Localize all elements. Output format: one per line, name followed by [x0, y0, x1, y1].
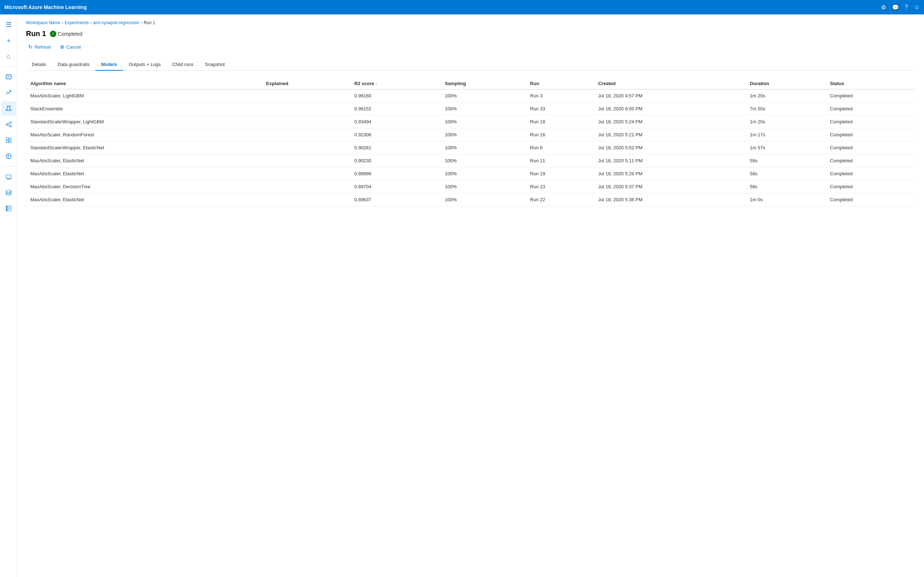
sidebar-divider-2	[3, 166, 15, 167]
content-area: Workspace Name › Experiments › aml-synap…	[17, 15, 924, 577]
cell-algorithm[interactable]: MaxAbsScaler, ElasticNet	[26, 167, 262, 180]
sidebar-item-jobs[interactable]	[2, 69, 16, 84]
topbar-icons: ⚙ 💬 ? ☺	[881, 4, 920, 11]
cell-created: Jul 18, 2020 5:24 PM	[594, 115, 745, 128]
cell-sampling: 100%	[440, 89, 525, 102]
cell-r2score: 0.89637	[350, 193, 441, 206]
cell-duration: 1m 57s	[746, 141, 826, 154]
cell-algorithm[interactable]: StandardScalerWrapper, ElasticNet	[26, 141, 262, 154]
cell-status: Completed	[825, 128, 915, 141]
cell-run[interactable]: Run 11	[526, 154, 594, 167]
cell-algorithm[interactable]: StandardScalerWrapper, LightGBM	[26, 115, 262, 128]
toolbar: ↻ Refresh ⊗ Cancel	[26, 42, 915, 52]
tab-data-guardrails[interactable]: Data guardrails	[52, 59, 95, 71]
cell-explained	[262, 154, 350, 167]
cell-status: Completed	[825, 102, 915, 115]
page-header: Run 1 ✓ Completed	[26, 29, 915, 38]
table-row: MaxAbsScaler, ElasticNet0.90230100%Run 1…	[26, 154, 915, 167]
cell-run[interactable]: Run 23	[526, 180, 594, 193]
cell-sampling: 100%	[440, 115, 525, 128]
svg-point-6	[10, 122, 11, 124]
table-header-row: Algorithm name Explained R2 score ↓ Samp…	[26, 78, 915, 89]
col-header-run: Run	[526, 78, 594, 89]
cell-created: Jul 18, 2020 5:21 PM	[594, 128, 745, 141]
help-icon[interactable]: ?	[905, 4, 908, 10]
cell-sampling: 100%	[440, 141, 525, 154]
cell-algorithm[interactable]: MaxAbsScaler, RandomForest	[26, 128, 262, 141]
table-row: MaxAbsScaler, LightGBM0.96160100%Run 3Ju…	[26, 89, 915, 102]
cell-explained	[262, 193, 350, 206]
svg-line-9	[8, 125, 10, 126]
col-header-created: Created	[594, 78, 745, 89]
cell-algorithm[interactable]: MaxAbsScaler, ElasticNet	[26, 193, 262, 206]
svg-point-5	[6, 124, 8, 126]
sidebar-item-home[interactable]: ⌂	[2, 49, 16, 63]
tab-models[interactable]: Models	[95, 59, 123, 71]
sidebar-item-menu[interactable]: ☰	[2, 17, 16, 32]
col-header-status: Status	[825, 78, 915, 89]
cell-explained	[262, 180, 350, 193]
cell-run[interactable]: Run 16	[526, 128, 594, 141]
status-label: Completed	[58, 31, 82, 37]
table-row: StackEnsemble0.96152100%Run 33Jul 18, 20…	[26, 102, 915, 115]
col-header-duration: Duration	[746, 78, 826, 89]
svg-rect-10	[6, 138, 8, 140]
breadcrumb-experiment-name[interactable]: aml-synapse-regression	[93, 20, 139, 25]
col-header-r2score[interactable]: R2 score ↓	[350, 78, 441, 89]
cell-algorithm[interactable]: MaxAbsScaler, LightGBM	[26, 89, 262, 102]
tab-details[interactable]: Details	[26, 59, 52, 71]
breadcrumb-workspace[interactable]: Workspace Name	[26, 20, 60, 25]
cell-created: Jul 18, 2020 5:37 PM	[594, 180, 745, 193]
sidebar-item-pipelines[interactable]	[2, 117, 16, 132]
cell-duration: 59s	[746, 154, 826, 167]
cell-status: Completed	[825, 167, 915, 180]
cell-duration: 58s	[746, 180, 826, 193]
sidebar-item-create[interactable]: ＋	[2, 33, 16, 48]
tab-child-runs[interactable]: Child runs	[166, 59, 199, 71]
sidebar-item-automl[interactable]	[2, 85, 16, 100]
tab-outputs-logs[interactable]: Outputs + Logs	[123, 59, 167, 71]
cell-duration: 58s	[746, 167, 826, 180]
breadcrumb-sep-1: ›	[62, 20, 63, 25]
cell-algorithm[interactable]: MaxAbsScaler, ElasticNet	[26, 154, 262, 167]
sidebar: ☰ ＋ ⌂	[0, 15, 17, 577]
cell-algorithm[interactable]: StackEnsemble	[26, 102, 262, 115]
feedback-icon[interactable]: 💬	[892, 4, 899, 11]
tab-snapshot[interactable]: Snapshot	[199, 59, 231, 71]
sidebar-item-data[interactable]	[2, 185, 16, 200]
breadcrumb-experiments[interactable]: Experiments	[65, 20, 89, 25]
sidebar-item-experiments[interactable]	[2, 102, 16, 116]
cell-run[interactable]: Run 6	[526, 141, 594, 154]
user-icon[interactable]: ☺	[914, 4, 920, 10]
cell-sampling: 100%	[440, 193, 525, 206]
cell-run[interactable]: Run 22	[526, 193, 594, 206]
cell-algorithm[interactable]: MaxAbsScaler, DecisionTree	[26, 180, 262, 193]
svg-rect-12	[6, 141, 8, 143]
cell-sampling: 100%	[440, 154, 525, 167]
cell-status: Completed	[825, 180, 915, 193]
cell-created: Jul 18, 2020 5:02 PM	[594, 141, 745, 154]
svg-point-18	[6, 190, 11, 192]
cell-run[interactable]: Run 33	[526, 102, 594, 115]
settings-icon[interactable]: ⚙	[881, 4, 886, 11]
breadcrumb-sep-3: ›	[141, 20, 142, 25]
table-row: MaxAbsScaler, ElasticNet0.89637100%Run 2…	[26, 193, 915, 206]
sidebar-item-compute[interactable]	[2, 169, 16, 184]
refresh-button[interactable]: ↻ Refresh	[26, 42, 53, 52]
cell-duration: 7m 50s	[746, 102, 826, 115]
cell-r2score: 0.89996	[350, 167, 441, 180]
cancel-button[interactable]: ⊗ Cancel	[58, 42, 83, 52]
sidebar-item-notebooks[interactable]	[2, 201, 16, 216]
sidebar-item-deployments[interactable]	[2, 149, 16, 163]
table-row: MaxAbsScaler, ElasticNet0.89996100%Run 1…	[26, 167, 915, 180]
cell-r2score: 0.90281	[350, 141, 441, 154]
sidebar-item-models[interactable]	[2, 133, 16, 148]
cell-explained	[262, 115, 350, 128]
cell-status: Completed	[825, 154, 915, 167]
cell-run[interactable]: Run 18	[526, 115, 594, 128]
cell-run[interactable]: Run 19	[526, 167, 594, 180]
cell-explained	[262, 141, 350, 154]
col-header-algorithm: Algorithm name	[26, 78, 262, 89]
cell-run[interactable]: Run 3	[526, 89, 594, 102]
cell-created: Jul 18, 2020 5:26 PM	[594, 167, 745, 180]
